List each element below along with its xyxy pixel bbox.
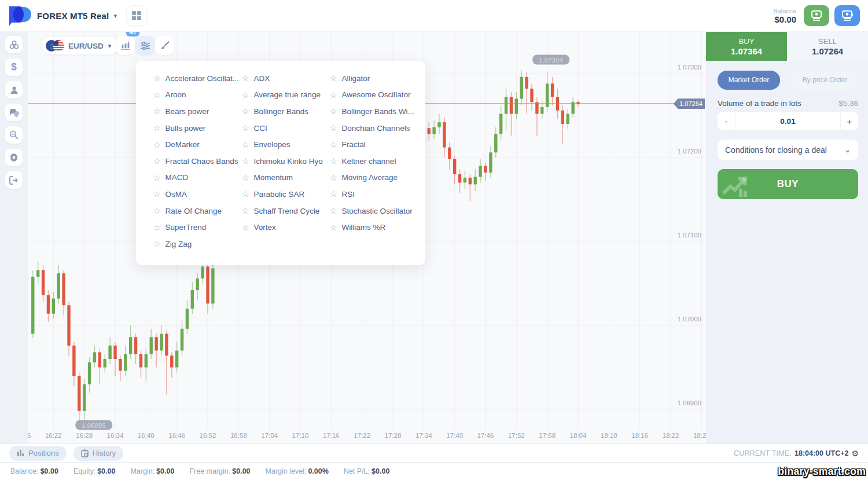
sidebar-item-finance[interactable]: $	[5, 58, 23, 76]
positions-tab[interactable]: Positions	[9, 446, 67, 461]
time-settings-gear-icon[interactable]: ⚙	[851, 449, 859, 458]
current-time: CURRENT TIME: 18:04:00 UTC+2 ⚙	[734, 449, 859, 458]
indicator-item[interactable]: ☆Fractal	[330, 136, 422, 153]
drawing-tools-button[interactable]	[155, 36, 174, 55]
pair-selector[interactable]: EUR/USD ▾	[42, 37, 118, 54]
indicator-item[interactable]: ☆Parabolic SAR	[242, 186, 330, 203]
buy-button[interactable]: BUY	[718, 169, 858, 199]
status-stat: Margin level:0.00%	[266, 467, 329, 475]
favorite-star-icon[interactable]: ☆	[153, 239, 161, 248]
favorite-star-icon[interactable]: ☆	[153, 156, 161, 166]
favorite-star-icon[interactable]: ☆	[330, 206, 337, 215]
favorite-star-icon[interactable]: ☆	[242, 90, 249, 100]
sidebar-item-chat[interactable]	[5, 104, 23, 121]
price-axis-label: 1.07200	[677, 148, 701, 155]
favorite-star-icon[interactable]: ☆	[153, 123, 161, 133]
indicator-item[interactable]: ☆Vortex	[242, 219, 330, 236]
favorite-star-icon[interactable]: ☆	[242, 189, 249, 199]
indicator-item[interactable]: ☆CCI	[242, 120, 330, 137]
buy-tab[interactable]: BUY 1.07364	[706, 32, 787, 61]
indicator-item[interactable]: ☆Moving Average	[330, 170, 422, 186]
closing-conditions-dropdown[interactable]: Conditions for closing a deal ⌄	[718, 140, 858, 160]
indicator-item[interactable]: ☆Bulls power	[153, 120, 242, 137]
favorite-star-icon[interactable]: ☆	[330, 123, 337, 133]
favorite-star-icon[interactable]: ☆	[242, 123, 249, 133]
sidebar-item-instruments[interactable]	[5, 36, 23, 53]
sell-tab[interactable]: SELL 1.07264	[787, 32, 868, 61]
favorite-star-icon[interactable]: ☆	[242, 74, 249, 83]
favorite-star-icon[interactable]: ☆	[330, 156, 337, 166]
volume-input[interactable]	[735, 112, 840, 130]
favorite-star-icon[interactable]: ☆	[330, 74, 337, 83]
by-price-order-button[interactable]: By price Order	[792, 71, 858, 90]
indicator-item[interactable]: ☆Aroon	[153, 87, 242, 104]
indicator-item[interactable]: ☆Bollinger Bands Wi...	[330, 103, 422, 120]
indicator-item[interactable]: ☆Momentum	[242, 170, 330, 186]
favorite-star-icon[interactable]: ☆	[242, 107, 249, 116]
deposit-button[interactable]	[804, 5, 829, 26]
indicator-item[interactable]: ☆SuperTrend	[153, 219, 242, 236]
favorite-star-icon[interactable]: ☆	[242, 223, 249, 232]
sidebar-item-analysis[interactable]	[5, 126, 23, 144]
favorite-star-icon[interactable]: ☆	[330, 107, 337, 116]
favorite-star-icon[interactable]: ☆	[330, 189, 337, 199]
favorite-star-icon[interactable]: ☆	[153, 223, 161, 232]
favorite-star-icon[interactable]: ☆	[330, 140, 337, 149]
favorite-star-icon[interactable]: ☆	[153, 74, 161, 83]
favorite-star-icon[interactable]: ☆	[242, 206, 249, 215]
sidebar-item-logout[interactable]	[5, 171, 23, 189]
indicator-item[interactable]: ☆Schaff Trend Cycle	[242, 203, 330, 219]
indicator-item[interactable]: ☆Awesome Oscillator	[330, 87, 422, 104]
candlestick-icon	[120, 41, 131, 51]
indicator-item[interactable]: ☆Bollinger Bands	[242, 103, 330, 120]
indicator-item[interactable]: ☆Alligator	[330, 70, 422, 87]
apps-grid-button[interactable]	[126, 5, 147, 26]
indicator-item-label: CCI	[254, 124, 267, 133]
favorite-star-icon[interactable]: ☆	[153, 90, 161, 100]
favorite-star-icon[interactable]: ☆	[330, 173, 337, 182]
favorite-star-icon[interactable]: ☆	[153, 189, 161, 199]
sidebar-item-profile[interactable]	[5, 81, 23, 98]
favorite-star-icon[interactable]: ☆	[153, 107, 161, 116]
favorite-star-icon[interactable]: ☆	[242, 140, 249, 149]
chart-area[interactable]: 16:1616:2216:2816:3416:4016:4616:5216:58…	[28, 32, 706, 444]
withdrawal-button[interactable]	[834, 5, 860, 26]
volume-decrease-button[interactable]: -	[718, 112, 735, 130]
indicator-item[interactable]: ☆Ichimoku Kinko Hyo	[242, 153, 330, 170]
favorite-star-icon[interactable]: ☆	[153, 206, 161, 215]
history-tab[interactable]: History	[73, 446, 123, 461]
indicator-item[interactable]: ☆RSI	[330, 186, 422, 203]
indicator-item[interactable]: ☆Envelopes	[242, 136, 330, 153]
market-order-button[interactable]: Market Order	[718, 71, 780, 90]
indicator-item[interactable]: ☆Fractal Chaos Bands	[153, 153, 242, 170]
indicators-menu: ☆Accelerator Oscillat...☆Aroon☆Bears pow…	[136, 61, 425, 265]
indicator-item[interactable]: ☆Williams %R	[330, 219, 422, 236]
indicator-item[interactable]: ☆Stochastic Oscillator	[330, 203, 422, 219]
indicator-item[interactable]: ☆Rate Of Change	[153, 203, 242, 219]
indicator-item-label: Williams %R	[342, 223, 386, 232]
indicator-item[interactable]: ☆Accelerator Oscillat...	[153, 70, 242, 87]
indicator-item[interactable]: ☆MACD	[153, 170, 242, 186]
favorite-star-icon[interactable]: ☆	[153, 140, 161, 149]
timeframe-badge: M1	[126, 32, 139, 36]
account-switcher[interactable]: FOREX MT5 Real ▾	[37, 11, 117, 21]
indicator-item[interactable]: ☆DeMarker	[153, 136, 242, 153]
chart-type-button[interactable]	[116, 36, 135, 55]
indicator-item[interactable]: ☆OsMA	[153, 186, 242, 203]
indicator-item[interactable]: ☆Bears power	[153, 103, 242, 120]
indicator-item-label: Stochastic Oscillator	[342, 207, 413, 215]
indicator-item[interactable]: ☆ADX	[242, 70, 330, 87]
volume-increase-button[interactable]: +	[840, 112, 858, 130]
favorite-star-icon[interactable]: ☆	[242, 156, 249, 166]
favorite-star-icon[interactable]: ☆	[330, 90, 337, 100]
indicator-item[interactable]: ☆Keltner channel	[330, 153, 422, 170]
indicators-column-1: ☆Accelerator Oscillat...☆Aroon☆Bears pow…	[153, 70, 242, 265]
sidebar-item-settings[interactable]	[5, 149, 23, 166]
indicators-button[interactable]	[135, 36, 155, 55]
indicator-item[interactable]: ☆Zig Zag	[153, 236, 242, 252]
favorite-star-icon[interactable]: ☆	[330, 223, 337, 232]
indicator-item[interactable]: ☆Average true range	[242, 87, 330, 104]
favorite-star-icon[interactable]: ☆	[153, 173, 161, 182]
favorite-star-icon[interactable]: ☆	[242, 173, 249, 182]
indicator-item[interactable]: ☆Donchian Channels	[330, 120, 422, 137]
